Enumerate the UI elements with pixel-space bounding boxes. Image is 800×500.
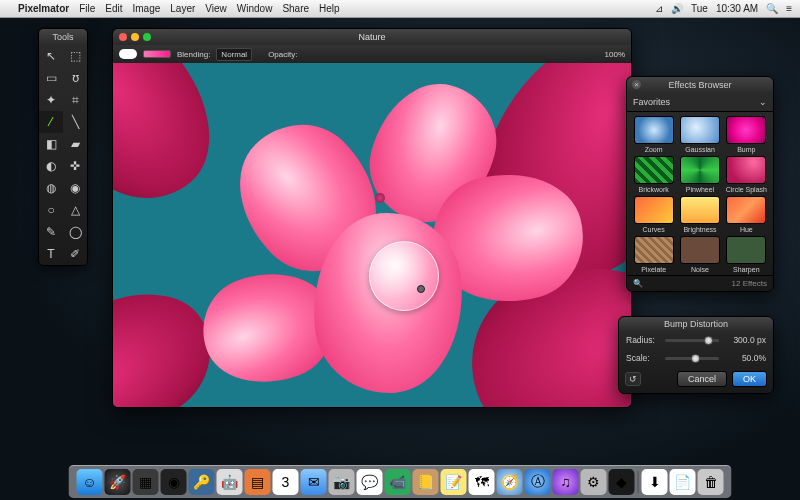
- tool-marquee[interactable]: ▭: [39, 67, 63, 89]
- dock-calculator[interactable]: ▤: [245, 469, 271, 495]
- effect-pixelate[interactable]: Pixelate: [632, 236, 675, 273]
- effect-thumb: [634, 236, 674, 264]
- effect-gaussian[interactable]: Gaussian: [678, 116, 721, 153]
- dock-finder[interactable]: ☺: [77, 469, 103, 495]
- menu-file[interactable]: File: [79, 3, 95, 14]
- tool-sponge[interactable]: ◍: [39, 177, 63, 199]
- tool-blur[interactable]: ○: [39, 199, 63, 221]
- tool-eraser[interactable]: ◧: [39, 133, 63, 155]
- notifications-icon[interactable]: ≡: [786, 3, 792, 14]
- effects-title: Effects Browser: [669, 80, 732, 90]
- tool-sharpen[interactable]: △: [63, 199, 87, 221]
- tool-clone[interactable]: ✜: [63, 155, 87, 177]
- effect-curves[interactable]: Curves: [632, 196, 675, 233]
- canvas[interactable]: [113, 63, 631, 407]
- radius-slider[interactable]: [665, 339, 719, 342]
- effect-thumb: [726, 116, 766, 144]
- window-title: Nature: [113, 32, 631, 42]
- menu-help[interactable]: Help: [319, 3, 340, 14]
- minimize-button[interactable]: [131, 33, 139, 41]
- effect-preview-lens[interactable]: [369, 241, 439, 311]
- menu-edit[interactable]: Edit: [105, 3, 122, 14]
- dock-trash[interactable]: 🗑: [698, 469, 724, 495]
- effects-search[interactable]: 🔍: [633, 279, 732, 288]
- color-swatch[interactable]: [143, 50, 171, 58]
- tool-brush[interactable]: ╲: [63, 111, 87, 133]
- close-icon[interactable]: ×: [632, 80, 641, 89]
- menubar: Pixelmator FileEditImageLayerViewWindowS…: [0, 0, 800, 18]
- dock-separator: [638, 471, 639, 493]
- dock-itunes[interactable]: ♫: [553, 469, 579, 495]
- effect-label: Curves: [643, 226, 665, 233]
- titlebar[interactable]: Nature: [113, 29, 631, 45]
- dock-dashboard[interactable]: ◉: [161, 469, 187, 495]
- dock-documents[interactable]: 📄: [670, 469, 696, 495]
- tool-transform[interactable]: ⬚: [63, 45, 87, 67]
- zoom-button[interactable]: [143, 33, 151, 41]
- effects-titlebar[interactable]: × Effects Browser: [627, 77, 773, 93]
- brush-preview[interactable]: [119, 49, 137, 59]
- chevron-down-icon: ⌄: [759, 97, 767, 107]
- dock-launchpad[interactable]: 🚀: [105, 469, 131, 495]
- menu-window[interactable]: Window: [237, 3, 273, 14]
- menu-view[interactable]: View: [205, 3, 227, 14]
- effect-thumb: [680, 196, 720, 224]
- dock-maps[interactable]: 🗺: [469, 469, 495, 495]
- menu-layer[interactable]: Layer: [170, 3, 195, 14]
- effect-zoom[interactable]: Zoom: [632, 116, 675, 153]
- dock-messages[interactable]: 💬: [357, 469, 383, 495]
- effect-label: Bump: [737, 146, 755, 153]
- tool-magic-wand[interactable]: ✦: [39, 89, 63, 111]
- dock-pixelmator[interactable]: ◆: [609, 469, 635, 495]
- spotlight-icon[interactable]: 🔍: [766, 3, 778, 14]
- blending-select[interactable]: Normal: [216, 48, 252, 61]
- tool-move[interactable]: ↖: [39, 45, 63, 67]
- effect-pinwheel[interactable]: Pinwheel: [678, 156, 721, 193]
- effect-sharpen[interactable]: Sharpen: [725, 236, 768, 273]
- tool-paint[interactable]: ∕: [39, 111, 63, 133]
- effect-bump[interactable]: Bump: [725, 116, 768, 153]
- effect-brickwork[interactable]: Brickwork: [632, 156, 675, 193]
- tool-shape[interactable]: ◯: [63, 221, 87, 243]
- dock-1password[interactable]: 🔑: [189, 469, 215, 495]
- tool-type[interactable]: T: [39, 243, 63, 265]
- tool-gradient[interactable]: ◐: [39, 155, 63, 177]
- scale-slider[interactable]: [665, 357, 719, 360]
- effect-thumb: [680, 156, 720, 184]
- tool-red-eye[interactable]: ◉: [63, 177, 87, 199]
- dock-system-preferences[interactable]: ⚙: [581, 469, 607, 495]
- effect-radius-handle[interactable]: [417, 285, 425, 293]
- close-button[interactable]: [119, 33, 127, 41]
- volume-icon[interactable]: 🔊: [671, 3, 683, 14]
- dock-notes[interactable]: 📝: [441, 469, 467, 495]
- ok-button[interactable]: OK: [732, 371, 767, 387]
- dock-photo-booth[interactable]: 📷: [329, 469, 355, 495]
- dock-contacts[interactable]: 📒: [413, 469, 439, 495]
- effect-noise[interactable]: Noise: [678, 236, 721, 273]
- effect-brightness[interactable]: Brightness: [678, 196, 721, 233]
- tool-crop[interactable]: ⌗: [63, 89, 87, 111]
- tool-fill[interactable]: ▰: [63, 133, 87, 155]
- dock-mission-control[interactable]: ▦: [133, 469, 159, 495]
- dock-calendar[interactable]: 3: [273, 469, 299, 495]
- tool-lasso[interactable]: ʊ: [63, 67, 87, 89]
- tool-pen[interactable]: ✎: [39, 221, 63, 243]
- dock-app-store[interactable]: Ⓐ: [525, 469, 551, 495]
- app-menu[interactable]: Pixelmator: [18, 3, 69, 14]
- menu-share[interactable]: Share: [282, 3, 309, 14]
- effects-browser-panel: × Effects Browser Favorites ⌄ ZoomGaussi…: [626, 76, 774, 292]
- dock-downloads[interactable]: ⬇: [642, 469, 668, 495]
- effects-category-select[interactable]: Favorites ⌄: [627, 93, 773, 112]
- effect-hue[interactable]: Hue: [725, 196, 768, 233]
- opacity-value[interactable]: 100%: [605, 50, 625, 59]
- tool-eyedropper[interactable]: ✐: [63, 243, 87, 265]
- dock-facetime[interactable]: 📹: [385, 469, 411, 495]
- wifi-icon[interactable]: ⊿: [655, 3, 663, 14]
- dock-automator[interactable]: 🤖: [217, 469, 243, 495]
- menu-image[interactable]: Image: [133, 3, 161, 14]
- reset-button[interactable]: ↺: [625, 372, 641, 386]
- cancel-button[interactable]: Cancel: [677, 371, 727, 387]
- effect-circle-splash[interactable]: Circle Splash: [725, 156, 768, 193]
- dock-safari[interactable]: 🧭: [497, 469, 523, 495]
- dock-mail[interactable]: ✉: [301, 469, 327, 495]
